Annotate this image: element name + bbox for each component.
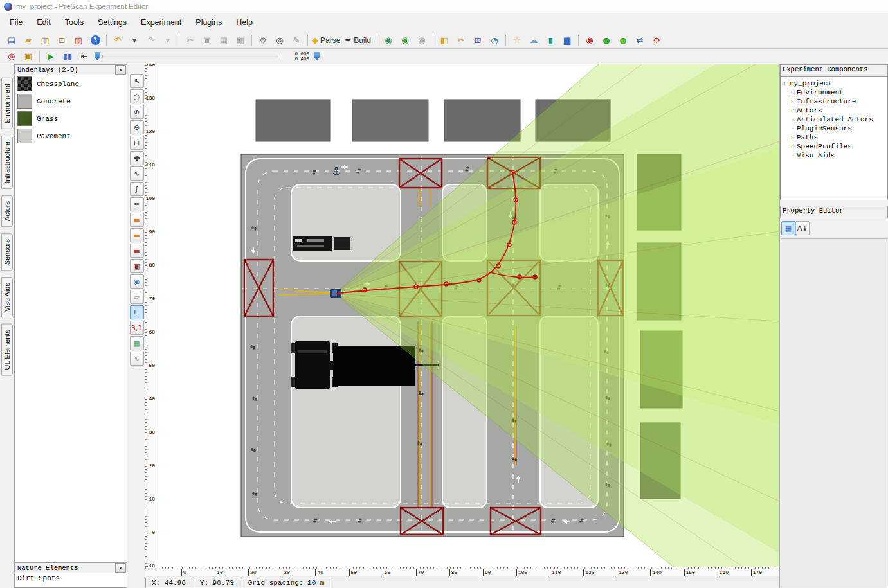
tree-item-speedprofiles[interactable]: ⊞SpeedProfiles [790, 142, 887, 151]
path-tool-button[interactable]: ∿ [130, 166, 144, 181]
tab-environment[interactable]: Environment [1, 78, 13, 129]
menu-file[interactable]: File [3, 15, 30, 30]
globe-3d-button[interactable]: ◉ [380, 33, 397, 48]
tree-item-actors[interactable]: ⊞Actors [790, 106, 887, 115]
underlay-item-grass[interactable]: Grass [15, 110, 127, 127]
sphere-lime-button[interactable]: ● [615, 33, 631, 48]
play-button[interactable]: ▶ [42, 49, 59, 64]
underlay-item-pavement[interactable]: Pavement [15, 127, 127, 145]
globe-viewer-button[interactable]: ◉ [397, 33, 413, 48]
pause-button[interactable]: ▮▮ [59, 49, 76, 64]
timeline-slider-track[interactable] [102, 55, 278, 58]
legend-tool-button[interactable]: ▦ [130, 336, 144, 350]
import-button[interactable]: ⊡ [53, 33, 70, 48]
cut-button[interactable]: ✂ [182, 33, 199, 48]
export-button[interactable]: ⇄ [631, 33, 648, 48]
experiment-canvas[interactable] [145, 64, 779, 567]
spline-tool-button[interactable]: ∫ [130, 182, 144, 196]
pan-tool-button[interactable]: ✚ [130, 151, 144, 165]
truck-trailer-actor[interactable] [293, 236, 350, 251]
sphere-green-button[interactable]: ● [598, 33, 615, 48]
clock-button[interactable]: ◔ [486, 33, 503, 48]
expand-icon[interactable]: ⊞ [790, 107, 797, 114]
menu-settings[interactable]: Settings [91, 15, 134, 30]
pencil-button[interactable]: ✎ [288, 33, 305, 48]
tree-item-pluginsensors[interactable]: ·PluginSensors [790, 124, 887, 133]
open-button[interactable]: ▰ [20, 33, 37, 48]
traffic-light-button[interactable]: ◉ [581, 33, 598, 48]
search-edit-button[interactable]: ◎ [271, 33, 288, 48]
index-tool-button[interactable]: 3,1 [130, 321, 144, 335]
measure-tool-button[interactable]: ∟ [130, 305, 144, 319]
tree-item-environment[interactable]: ⊞Environment [790, 88, 887, 97]
road-cut-button[interactable]: ✂ [453, 33, 469, 48]
star-button[interactable]: ☆ [509, 33, 525, 48]
snapshot-button[interactable]: ▣ [20, 49, 37, 64]
zoom-region-tool-button[interactable]: ⊡ [130, 136, 144, 150]
copy-button[interactable]: ▣ [199, 33, 215, 48]
tab-sensors[interactable]: Sensors [1, 233, 13, 271]
record-button[interactable]: ◎ [3, 49, 20, 64]
redo-dropdown-button[interactable]: ▾ [159, 33, 176, 48]
cloud-button[interactable]: ☁ [525, 33, 542, 48]
tab-infrastructure[interactable]: Infrastructure [1, 136, 13, 189]
tab-visu-aids[interactable]: Visu Aids [1, 277, 13, 317]
secondary-slider-handle[interactable] [314, 52, 320, 60]
paint-button[interactable]: ◧ [436, 33, 453, 48]
pump-button[interactable]: ▮ [542, 33, 559, 48]
tree-item-paths[interactable]: ⊞Paths [790, 133, 887, 142]
expand-icon[interactable]: ⊞ [790, 98, 797, 105]
timeline-slider-handle[interactable] [95, 52, 100, 60]
parse-button[interactable]: ◆Parse [311, 33, 343, 48]
expand-icon[interactable]: ⊞ [790, 134, 797, 141]
undo-dropdown-button[interactable]: ▾ [126, 33, 143, 48]
eraser-tool-button[interactable]: ▱ [130, 290, 144, 304]
nature-item-dirt-spots[interactable]: Dirt Spots [14, 573, 127, 588]
categorized-button[interactable]: ▦ [781, 221, 795, 235]
expand-icon[interactable]: ⊞ [790, 89, 797, 96]
menu-help[interactable]: Help [229, 15, 260, 30]
menu-edit[interactable]: Edit [30, 15, 58, 30]
tab-actors[interactable]: Actors [1, 195, 13, 227]
expand-icon[interactable]: ⊟ [783, 80, 790, 87]
curve-gray-tool-button[interactable]: ∿ [130, 352, 144, 366]
chart-button[interactable]: ▆ [559, 33, 575, 48]
paste-special-button[interactable]: ▩ [232, 33, 249, 48]
menu-plugins[interactable]: Plugins [188, 15, 229, 30]
snap-tool-button[interactable]: ≡ [130, 197, 144, 211]
save-button[interactable]: ◫ [37, 33, 53, 48]
sphere-tool-button[interactable]: ◉ [130, 274, 144, 289]
menu-tools[interactable]: Tools [58, 15, 91, 30]
zoom-out-tool-button[interactable]: ⊖ [130, 120, 144, 134]
tree-item-visu-aids[interactable]: ·Visu Aids [790, 151, 887, 160]
scroll-down-button[interactable]: ▼ [115, 563, 126, 573]
paste-button[interactable]: ▦ [215, 33, 232, 48]
menu-experiment[interactable]: Experiment [134, 15, 188, 30]
gear-red-button[interactable]: ⚙ [648, 33, 665, 48]
zoom-tool-button[interactable]: ◌ [130, 89, 144, 103]
road-bend-tool-button[interactable]: ▬ [130, 228, 144, 242]
sort-alphabetical-button[interactable]: A↓ [795, 221, 810, 235]
table-button[interactable]: ⊞ [469, 33, 486, 48]
tree-item-my-project[interactable]: ⊟my_project [783, 79, 887, 88]
tab-ul-elements[interactable]: UL Elements [1, 324, 13, 376]
camera-tool-button[interactable]: ▣ [130, 259, 144, 273]
scroll-up-button[interactable]: ▲ [115, 65, 126, 75]
zoom-in-tool-button[interactable]: ⊕ [130, 105, 144, 119]
help-button[interactable]: ? [87, 33, 104, 48]
tree-item-infrastructure[interactable]: ⊞Infrastructure [790, 97, 887, 106]
wrench-button[interactable]: ⚙ [255, 33, 271, 48]
road-junction-tool-button[interactable]: ▬ [130, 244, 144, 258]
tree-item-articulated-actors[interactable]: ·Articulated Actors [790, 115, 887, 124]
undo-button[interactable]: ↶ [109, 33, 126, 48]
rewind-button[interactable]: ⇤ [76, 49, 93, 64]
expand-icon[interactable]: ⊞ [790, 143, 797, 150]
underlay-item-concrete[interactable]: Concrete [15, 93, 127, 110]
build-button[interactable]: ✒Build [343, 33, 374, 48]
underlay-item-chessplane[interactable]: Chessplane [15, 75, 127, 93]
road-segment-tool-button[interactable]: ▬ [130, 213, 144, 227]
redo-button[interactable]: ↷ [143, 33, 159, 48]
report-button[interactable]: ▥ [70, 33, 87, 48]
globe-disabled-button[interactable]: ◉ [413, 33, 430, 48]
new-button[interactable]: ▤ [3, 33, 20, 48]
